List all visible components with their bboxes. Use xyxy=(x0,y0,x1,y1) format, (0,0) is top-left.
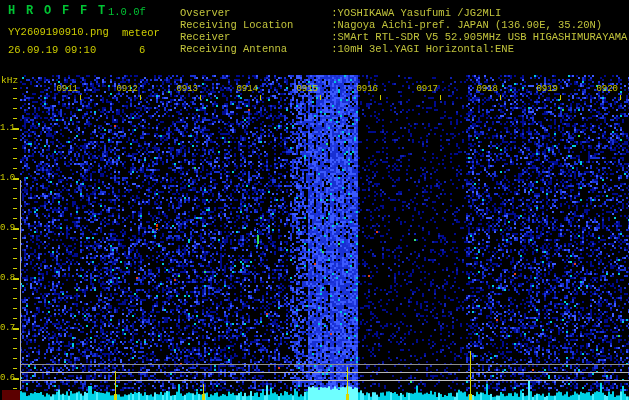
echo-count: 6 xyxy=(139,45,145,56)
time-tick-label: 0915 xyxy=(295,84,318,94)
freq-unit-label: kHz xyxy=(1,76,18,86)
info-line: Receiving Location :Nagoya Aichi-pref. J… xyxy=(180,19,627,31)
freq-tick-label: 1.0 xyxy=(0,173,13,183)
freq-tick-label: 0.9 xyxy=(0,223,13,233)
time-tick-label: 0920 xyxy=(595,84,618,94)
observer-info-panel: Ovserver :YOSHIKAWA Yasufumi /JG2MLIRece… xyxy=(180,7,627,55)
time-tick-label: 0912 xyxy=(115,84,138,94)
hrofft-screen: H R O F F T 1.0.0f YY2609190910.png mete… xyxy=(0,0,629,400)
time-tick-label: 0911 xyxy=(55,84,78,94)
app-title: H R O F F T xyxy=(8,5,107,17)
info-line: Receiver :SMArt RTL-SDR V5 52.905MHz USB… xyxy=(180,31,627,43)
observation-datetime: 26.09.19 09:10 xyxy=(8,45,96,56)
freq-tick-label: 0.8 xyxy=(0,273,13,283)
output-filename: YY2609190910.png xyxy=(8,27,109,38)
freq-tick-label: 1.1 xyxy=(0,123,13,133)
spectrogram-canvas xyxy=(0,0,629,400)
time-tick-label: 0917 xyxy=(415,84,438,94)
time-tick-label: 0914 xyxy=(235,84,258,94)
info-line: Receiving Antenna :10mH 3el.YAGI Horizon… xyxy=(180,43,627,55)
app-version: 1.0.0f xyxy=(108,7,146,18)
mode-label: meteor xyxy=(122,28,160,39)
time-tick-label: 0913 xyxy=(175,84,198,94)
time-tick-label: 0918 xyxy=(475,84,498,94)
info-line: Ovserver :YOSHIKAWA Yasufumi /JG2MLI xyxy=(180,7,627,19)
freq-tick-label: 0.7 xyxy=(0,323,13,333)
time-tick-label: 0919 xyxy=(535,84,558,94)
freq-tick-label: 0.6 xyxy=(0,373,13,383)
time-tick-label: 0916 xyxy=(355,84,378,94)
